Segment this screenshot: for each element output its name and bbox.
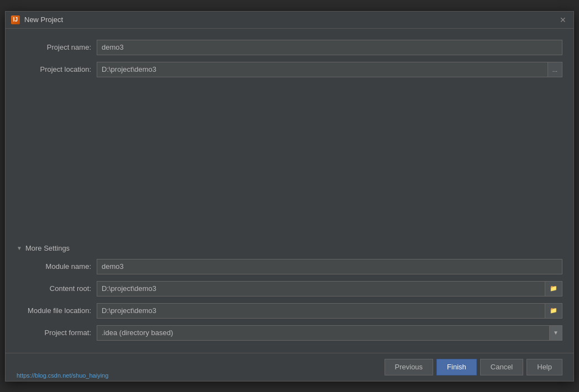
project-location-input[interactable] — [97, 62, 548, 77]
project-name-label: Project name: — [17, 43, 97, 51]
dialog-title: New Project — [24, 15, 63, 24]
expand-icon: ▼ — [17, 245, 22, 251]
project-format-label: Project format: — [17, 329, 97, 337]
content-root-label: Content root: — [17, 284, 97, 293]
project-name-row: Project name: — [17, 40, 562, 55]
module-file-location-field: 📁 — [97, 303, 562, 319]
more-settings-label: More Settings — [25, 244, 70, 252]
project-location-browse-button[interactable]: ... — [548, 62, 562, 77]
module-name-row: Module name: — [17, 259, 562, 274]
project-format-row: Project format: .idea (directory based) … — [17, 325, 562, 341]
more-settings-section: ▼ More Settings Module name: Content roo… — [17, 244, 562, 341]
module-file-location-label: Module file location: — [17, 306, 97, 315]
dialog-content: Project name: Project location: ... ▼ Mo… — [6, 29, 573, 353]
empty-space — [17, 84, 562, 239]
dialog-footer: https://blog.csdn.net/shuo_haiying Previ… — [6, 353, 573, 381]
previous-button[interactable]: Previous — [385, 359, 434, 375]
project-location-row: Project location: ... — [17, 62, 562, 77]
module-file-location-row: Module file location: 📁 — [17, 303, 562, 319]
project-location-label: Project location: — [17, 65, 97, 73]
content-root-browse-button[interactable]: 📁 — [545, 281, 562, 296]
content-root-input[interactable] — [97, 281, 545, 296]
cancel-button[interactable]: Cancel — [480, 359, 523, 375]
footer-link: https://blog.csdn.net/shuo_haiying — [17, 372, 108, 379]
project-format-select[interactable]: .idea (directory based) — [97, 325, 562, 341]
folder-icon: 📁 — [550, 285, 557, 292]
content-root-field: 📁 — [97, 281, 562, 296]
app-icon: IJ — [11, 15, 20, 24]
new-project-dialog: IJ New Project ✕ Project name: Project l… — [5, 11, 574, 382]
folder-icon-2: 📁 — [550, 307, 557, 314]
module-file-location-input[interactable] — [97, 303, 545, 319]
module-name-label: Module name: — [17, 262, 97, 271]
title-bar: IJ New Project ✕ — [6, 12, 573, 29]
module-name-input[interactable] — [97, 259, 562, 274]
more-settings-header[interactable]: ▼ More Settings — [17, 244, 562, 252]
project-location-field: ... — [97, 62, 562, 77]
help-button[interactable]: Help — [527, 359, 562, 375]
content-root-row: Content root: 📁 — [17, 281, 562, 296]
project-format-select-wrapper: .idea (directory based) ▼ — [97, 325, 562, 341]
project-name-input[interactable] — [97, 40, 562, 55]
title-bar-left: IJ New Project — [11, 15, 63, 24]
close-button[interactable]: ✕ — [558, 15, 568, 25]
module-file-location-browse-button[interactable]: 📁 — [545, 303, 562, 319]
finish-button[interactable]: Finish — [436, 359, 477, 375]
